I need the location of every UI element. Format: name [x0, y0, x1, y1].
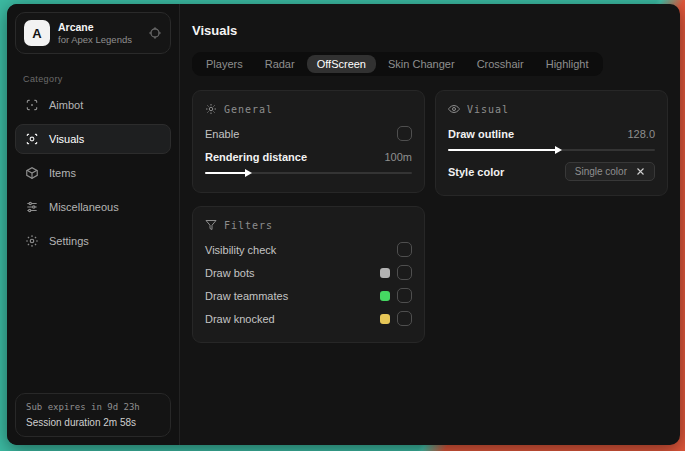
sidebar-item-label: Visuals: [49, 133, 84, 145]
draw-outline-value: 128.0: [627, 128, 655, 140]
color-swatch[interactable]: [380, 291, 390, 301]
close-icon[interactable]: [636, 167, 645, 176]
tab-bar: Players Radar OffScreen Skin Changer Cro…: [192, 52, 603, 76]
style-color-value: Single color: [575, 166, 627, 177]
visual-panel-title: Visual: [467, 104, 509, 115]
enable-checkbox[interactable]: [397, 126, 412, 141]
general-panel: General Enable Rendering distance 100m: [192, 90, 425, 193]
sliders-icon: [25, 200, 39, 214]
sidebar-item-label: Items: [49, 167, 76, 179]
filters-panel-title: Filters: [224, 220, 273, 231]
brand-card: A Arcane for Apex Legends: [15, 12, 171, 54]
tab-radar[interactable]: Radar: [255, 55, 305, 73]
sun-gear-icon: [205, 103, 217, 115]
brand-text: Arcane for Apex Legends: [58, 21, 140, 46]
general-panel-title: General: [224, 104, 273, 115]
category-label: Category: [23, 74, 179, 84]
draw-teammates-label: Draw teammates: [205, 290, 288, 302]
sidebar-item-label: Miscellaneous: [49, 201, 119, 213]
sidebar-item-visuals[interactable]: Visuals: [15, 124, 171, 154]
sidebar-item-label: Settings: [49, 235, 89, 247]
visual-panel: Visual Draw outline 128.0 Style color Si…: [435, 90, 668, 196]
general-panel-header: General: [205, 103, 412, 115]
draw-teammates-checkbox[interactable]: [397, 288, 412, 303]
subscription-card: Sub expires in 9d 23h Session duration 2…: [15, 393, 171, 437]
sidebar-item-label: Aimbot: [49, 99, 83, 111]
sidebar-item-aimbot[interactable]: Aimbot: [15, 90, 171, 120]
draw-bots-label: Draw bots: [205, 267, 255, 279]
focus-eye-icon: [25, 132, 39, 146]
visibility-check-label: Visibility check: [205, 244, 276, 256]
style-color-label: Style color: [448, 166, 504, 178]
gear-icon: [25, 234, 39, 248]
page-title: Visuals: [192, 23, 668, 38]
draw-teammates-controls: [380, 288, 412, 303]
enable-label: Enable: [205, 128, 239, 140]
draw-knocked-row: Draw knocked: [205, 308, 412, 329]
tab-crosshair[interactable]: Crosshair: [467, 55, 534, 73]
slider-fill-arrow: [205, 172, 246, 174]
rendering-distance-row: Rendering distance 100m: [205, 146, 412, 167]
draw-knocked-checkbox[interactable]: [397, 311, 412, 326]
enable-row: Enable: [205, 123, 412, 144]
sidebar-item-miscellaneous[interactable]: Miscellaneous: [15, 192, 171, 222]
draw-bots-controls: [380, 265, 412, 280]
cube-icon: [25, 166, 39, 180]
color-swatch[interactable]: [380, 268, 390, 278]
tab-offscreen[interactable]: OffScreen: [307, 55, 376, 73]
tab-highlight[interactable]: Highlight: [536, 55, 599, 73]
draw-teammates-row: Draw teammates: [205, 285, 412, 306]
draw-knocked-controls: [380, 311, 412, 326]
brand-title: Arcane: [58, 21, 140, 34]
tab-players[interactable]: Players: [196, 55, 253, 73]
draw-bots-checkbox[interactable]: [397, 265, 412, 280]
sidebar-item-items[interactable]: Items: [15, 158, 171, 188]
rendering-distance-value: 100m: [384, 151, 412, 163]
main-area: Visuals Players Radar OffScreen Skin Cha…: [180, 4, 680, 445]
color-swatch[interactable]: [380, 314, 390, 324]
sidebar-nav: Aimbot Visuals Items: [7, 88, 179, 258]
visibility-check-row: Visibility check: [205, 239, 412, 260]
visibility-check-checkbox[interactable]: [397, 242, 412, 257]
sidebar-item-settings[interactable]: Settings: [15, 226, 171, 256]
eye-icon: [448, 103, 460, 115]
visual-panel-header: Visual: [448, 103, 655, 115]
style-color-row: Style color Single color: [448, 161, 655, 182]
style-color-select[interactable]: Single color: [565, 162, 655, 181]
brand-subtitle: for Apex Legends: [58, 34, 140, 46]
draw-knocked-label: Draw knocked: [205, 313, 275, 325]
draw-outline-row: Draw outline 128.0: [448, 123, 655, 144]
content-grid: General Enable Rendering distance 100m: [192, 90, 668, 343]
rendering-distance-slider[interactable]: [205, 169, 412, 177]
session-duration-text: Session duration 2m 58s: [26, 417, 160, 428]
sub-expiry-text: Sub expires in 9d 23h: [26, 402, 160, 412]
funnel-icon: [205, 219, 217, 231]
app-window: A Arcane for Apex Legends Category: [7, 4, 680, 445]
tab-skin-changer[interactable]: Skin Changer: [378, 55, 465, 73]
aimbot-scan-icon: [25, 98, 39, 112]
filters-panel: Filters Visibility check Draw bots Draw …: [192, 206, 425, 343]
brand-logo: A: [24, 20, 50, 46]
crosshair-target-icon[interactable]: [148, 26, 162, 40]
rendering-distance-label: Rendering distance: [205, 151, 307, 163]
filters-panel-header: Filters: [205, 219, 412, 231]
slider-fill-arrow: [448, 149, 556, 151]
draw-bots-row: Draw bots: [205, 262, 412, 283]
sidebar: A Arcane for Apex Legends Category: [7, 4, 180, 445]
draw-outline-slider[interactable]: [448, 146, 655, 154]
draw-outline-label: Draw outline: [448, 128, 514, 140]
